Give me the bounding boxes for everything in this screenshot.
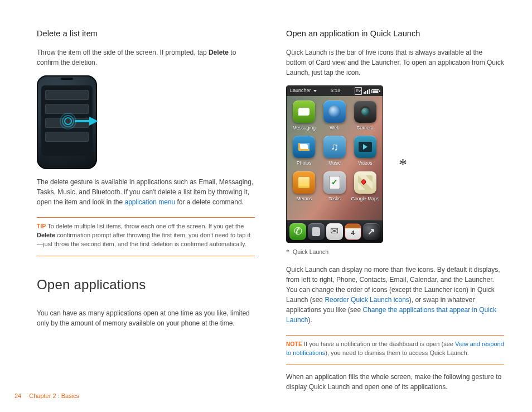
heading-open-applications: Open applications bbox=[37, 275, 255, 295]
note-callout: NOTE If you have a notification or the d… bbox=[286, 340, 504, 362]
list-row bbox=[45, 118, 89, 128]
para-final: When an application fills the whole scre… bbox=[286, 372, 504, 392]
camera-icon bbox=[354, 100, 376, 123]
videos-icon bbox=[354, 136, 376, 158]
page-footer: 24 Chapter 2 : Basics bbox=[14, 392, 79, 401]
tip-divider-top bbox=[37, 217, 255, 218]
link-reorder-ql-icons[interactable]: Reorder Quick Launch icons bbox=[325, 296, 409, 304]
para-throw-off: Throw the item off the side of the scree… bbox=[37, 47, 255, 68]
ql-calendar-icon[interactable]: 4 bbox=[345, 223, 361, 240]
photos-icon bbox=[293, 136, 315, 158]
tasks-icon bbox=[323, 171, 346, 194]
app-messaging[interactable]: Messaging bbox=[290, 100, 318, 131]
google-maps-icon bbox=[354, 171, 376, 194]
list-row bbox=[45, 132, 89, 142]
app-photos[interactable]: Photos bbox=[290, 136, 318, 166]
link-application-menu[interactable]: application menu bbox=[124, 198, 175, 206]
tip-callout: TIP To delete multiple list items, throw… bbox=[37, 222, 255, 253]
app-tasks[interactable]: Tasks bbox=[321, 171, 349, 202]
status-bar: Launcher 5:18 Ev bbox=[287, 86, 383, 96]
battery-icon bbox=[371, 89, 379, 93]
para-ql-body: Quick Launch can display no more than fi… bbox=[286, 265, 504, 325]
screenshot-caption: *Quick Launch bbox=[286, 247, 504, 257]
music-icon bbox=[323, 136, 346, 158]
tip-label: TIP bbox=[37, 223, 46, 229]
launcher-app-grid: Messaging Web Camera Photos Music Videos… bbox=[287, 96, 383, 220]
memos-icon bbox=[293, 171, 315, 194]
ql-email-icon[interactable] bbox=[326, 223, 343, 240]
web-icon bbox=[323, 100, 346, 123]
left-column: Delete a list item Throw the item off th… bbox=[37, 28, 255, 400]
list-row bbox=[45, 104, 89, 114]
signal-icon bbox=[364, 89, 370, 94]
list-row bbox=[45, 90, 89, 100]
app-web[interactable]: Web bbox=[321, 100, 349, 131]
note-divider-bottom bbox=[286, 365, 504, 365]
phone-screen bbox=[41, 85, 93, 156]
app-google-maps[interactable]: Google Maps bbox=[351, 171, 379, 202]
quick-launch-bar: 4 bbox=[287, 220, 383, 242]
para-open-apps: You can have as many applications open a… bbox=[37, 308, 255, 328]
chapter-label: Chapter 2 : Basics bbox=[29, 392, 79, 401]
heading-open-in-quick-launch: Open an application in Quick Launch bbox=[286, 28, 504, 40]
statusbar-title: Launcher bbox=[290, 87, 311, 94]
ql-contacts-icon[interactable] bbox=[308, 223, 325, 240]
network-badge: Ev bbox=[355, 87, 362, 95]
para-ql-intro: Quick Launch is the bar of five icons th… bbox=[286, 47, 504, 78]
launcher-screenshot: Launcher 5:18 Ev Messaging Web Camera bbox=[286, 85, 383, 243]
app-videos[interactable]: Videos bbox=[351, 136, 379, 166]
phone-outline bbox=[37, 75, 97, 169]
page-number: 24 bbox=[14, 392, 21, 401]
right-column: Open an application in Quick Launch Quic… bbox=[286, 28, 504, 400]
app-music[interactable]: Music bbox=[321, 136, 349, 166]
heading-delete-list-item: Delete a list item bbox=[37, 28, 255, 40]
ql-phone-icon[interactable] bbox=[289, 223, 306, 240]
note-divider-top bbox=[286, 335, 504, 336]
messaging-icon bbox=[293, 100, 315, 123]
dropdown-icon bbox=[313, 90, 317, 92]
app-camera[interactable]: Camera bbox=[351, 100, 379, 131]
statusbar-time: 5:18 bbox=[331, 87, 341, 94]
delete-gesture-illustration bbox=[37, 75, 255, 169]
para-gesture-availability: The delete gesture is available in appli… bbox=[37, 177, 255, 207]
callout-asterisk-icon: * bbox=[399, 156, 407, 173]
tip-divider-bottom bbox=[37, 256, 255, 256]
note-label: NOTE bbox=[286, 341, 302, 347]
app-memos[interactable]: Memos bbox=[290, 171, 318, 202]
ql-launcher-icon[interactable] bbox=[363, 223, 380, 240]
